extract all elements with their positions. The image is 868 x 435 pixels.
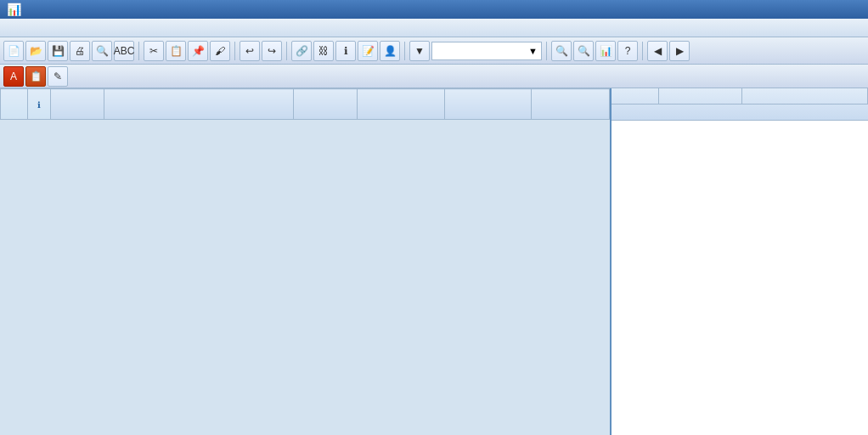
gantt-panel [612, 88, 868, 435]
gantt-view[interactable]: 📊 [595, 41, 616, 61]
spell-button[interactable]: ABC [114, 41, 134, 61]
menu-file[interactable] [3, 26, 17, 30]
menu-view[interactable] [31, 26, 44, 30]
zoom-out[interactable]: 🔍 [551, 41, 572, 61]
filter-btn[interactable]: ▼ [409, 41, 430, 61]
menu-collaborate[interactable] [112, 26, 126, 30]
nav-forward[interactable]: ▶ [669, 41, 690, 61]
no-group-dropdown[interactable]: ▼ [431, 42, 542, 60]
redo-button[interactable]: ↪ [262, 41, 282, 61]
unlink-tasks[interactable]: ⛓ [313, 41, 334, 61]
menu-adobe-pdf[interactable] [153, 26, 166, 30]
format-painter[interactable]: 🖌 [210, 41, 230, 61]
no-group-arrow: ▼ [528, 46, 538, 56]
gantt-period-1 [659, 88, 742, 104]
main-toolbar: 📄 📂 💾 🖨 🔍 ABC ✂ 📋 📌 🖌 ↩ ↪ 🔗 ⛓ ℹ 📝 👤 ▼ ▼ … [0, 37, 868, 65]
menu-tools[interactable] [71, 26, 85, 30]
main-area: ℹ [0, 88, 868, 435]
menu-edit[interactable] [17, 26, 31, 30]
open-button[interactable]: 📂 [25, 41, 46, 61]
finish-header[interactable] [444, 89, 532, 120]
task-name-header[interactable] [104, 89, 294, 120]
wbs-header[interactable] [51, 89, 104, 120]
predecessors-header[interactable] [532, 89, 610, 120]
gantt-period-0 [612, 88, 659, 104]
cut-button[interactable]: ✂ [144, 41, 164, 61]
preview-button[interactable]: 🔍 [92, 41, 112, 61]
add-resource[interactable]: 👤 [380, 41, 400, 61]
gantt-rows-container [612, 121, 868, 435]
menu-help[interactable] [139, 26, 153, 30]
save-button[interactable]: 💾 [48, 41, 68, 61]
menu-report[interactable] [99, 26, 112, 30]
menu-bar [0, 19, 868, 37]
new-button[interactable]: 📄 [3, 41, 24, 61]
gantt-header [612, 88, 868, 121]
menu-insert[interactable] [44, 26, 58, 30]
menu-project[interactable] [85, 26, 99, 30]
info-icon: ℹ [37, 100, 41, 110]
copy-button[interactable]: 📋 [166, 41, 186, 61]
sep4 [404, 42, 405, 60]
menu-format[interactable] [58, 26, 71, 30]
secondary-toolbar: A 📋 ✎ [0, 65, 868, 88]
task-table: ℹ [0, 88, 610, 120]
start-header[interactable] [357, 89, 444, 120]
gantt-period-2 [742, 88, 868, 104]
help-btn[interactable]: ? [617, 41, 638, 61]
link-tasks[interactable]: 🔗 [291, 41, 312, 61]
gantt-days-row [612, 105, 868, 120]
gantt-months-row [612, 88, 868, 105]
paste-button[interactable]: 📌 [188, 41, 208, 61]
nav-back[interactable]: ◀ [647, 41, 668, 61]
row-num-header [1, 89, 28, 120]
zoom-in[interactable]: 🔍 [573, 41, 594, 61]
info-header[interactable]: ℹ [28, 89, 51, 120]
menu-window[interactable] [126, 26, 139, 30]
sep3 [286, 42, 287, 60]
duration-header[interactable] [294, 89, 357, 120]
title-bar: 📊 [0, 0, 868, 19]
sep6 [642, 42, 643, 60]
print-button[interactable]: 🖨 [70, 41, 90, 61]
toolbar2-btn3[interactable]: ✎ [48, 66, 68, 87]
task-notes[interactable]: 📝 [358, 41, 378, 61]
app-icon: 📊 [7, 3, 21, 16]
task-info[interactable]: ℹ [335, 41, 356, 61]
grid-panel: ℹ [0, 88, 612, 435]
sep5 [546, 42, 547, 60]
toolbar2-btn2[interactable]: 📋 [25, 66, 46, 87]
undo-button[interactable]: ↩ [240, 41, 260, 61]
toolbar2-btn1[interactable]: A [3, 66, 24, 87]
sep1 [138, 42, 139, 60]
sep2 [234, 42, 235, 60]
